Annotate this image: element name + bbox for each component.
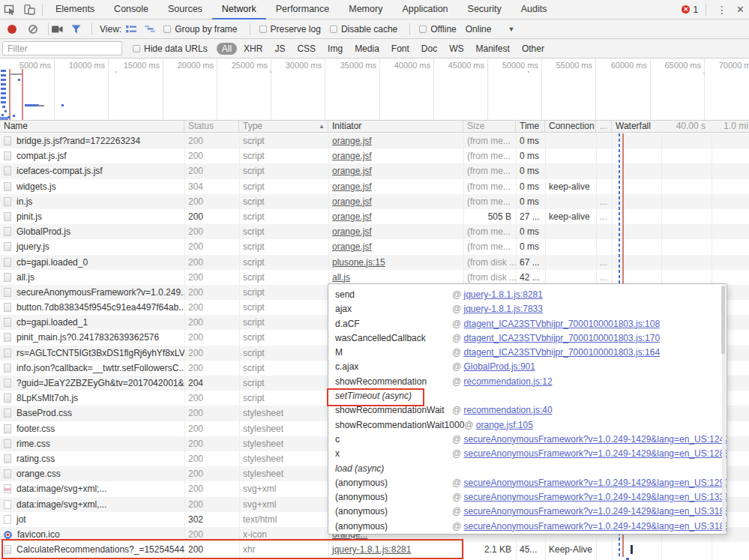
offline-checkbox[interactable]: Offline [419, 24, 456, 34]
filter-pill[interactable]: Font [386, 43, 415, 55]
network-request-row[interactable]: all.js 200 script all.js (from disk ... … [0, 270, 749, 285]
column-header-type[interactable]: Type▲ [239, 121, 328, 132]
initiator-link[interactable]: plusone.js:15 [332, 257, 385, 268]
network-request-row[interactable]: GlobalProd.js 200 script orange.jsf (fro… [0, 224, 749, 239]
stack-frame-source-link[interactable]: dtagent_ICA23STVbhijpr_7000100001803.js:… [464, 319, 661, 329]
initiator-link[interactable]: orange.jsf [332, 196, 372, 207]
stack-frame-source-link[interactable]: recommendation.js:40 [464, 405, 553, 415]
group-by-frame-checkbox[interactable]: Group by frame [163, 24, 237, 34]
initiator-link[interactable]: orange.jsf [332, 136, 372, 146]
filter-pill[interactable]: Manifest [471, 43, 515, 55]
initiator-link[interactable]: orange.jsf [332, 181, 372, 192]
error-count-badge[interactable]: ✕ 1 [682, 4, 698, 15]
filter-pill[interactable]: All [217, 43, 237, 55]
network-request-row[interactable]: jquery.js 200 script orange.jsf (from me… [0, 239, 749, 254]
panel-tab[interactable]: Audits [511, 0, 557, 19]
filter-pill[interactable]: Other [517, 43, 550, 55]
panel-tab[interactable]: Performance [266, 0, 340, 19]
stack-frame-source-link[interactable]: secureAnonymousFramework?v=1.0.249-1429&… [464, 434, 727, 445]
initiator-link[interactable]: orange.jsf [332, 166, 372, 176]
stack-frame-source-link[interactable]: GlobalProd.js:901 [464, 361, 535, 372]
request-type-cell: script [239, 315, 328, 330]
panel-tab[interactable]: Security [458, 0, 511, 19]
request-initiator-cell: orange.jsf [328, 224, 463, 239]
error-count: 1 [693, 4, 698, 15]
panel-tab[interactable]: Application [392, 0, 457, 19]
large-rows-view-icon[interactable] [126, 25, 137, 34]
panel-tab[interactable]: Memory [339, 0, 392, 19]
record-button[interactable] [7, 25, 16, 34]
network-request-row[interactable]: bridge.js.jsf?rand=1722263234 200 script… [0, 133, 749, 148]
scrollbar-thumb[interactable] [721, 286, 725, 354]
initiator-link[interactable]: orange.jsf [332, 151, 372, 161]
column-header-more[interactable]: ... [596, 121, 612, 132]
request-status-cell: 200 [184, 406, 239, 421]
network-overview-timeline[interactable]: 5000 ms10000 ms15000 ms20000 ms25000 ms3… [0, 58, 749, 121]
column-header-waterfall[interactable]: Waterfall 40.00 s 1.0 mi [612, 121, 749, 132]
stack-frame-source-link[interactable]: secureAnonymousFramework?v=1.0.249-1429&… [464, 506, 727, 517]
filter-pill[interactable]: JS [269, 43, 290, 55]
stack-frame-source-link[interactable]: jquery-1.8.1.js:7833 [464, 304, 543, 314]
stack-frame-source-link[interactable]: recommendation.js:12 [464, 376, 553, 387]
initiator-link[interactable]: all.js [332, 272, 350, 283]
file-type-icon [4, 349, 11, 358]
overview-activity-mark [703, 73, 705, 74]
filter-funnel-icon[interactable] [71, 25, 81, 34]
panel-tab[interactable]: Elements [46, 0, 104, 19]
more-options-icon[interactable]: ⋮ [714, 4, 730, 16]
panel-tab[interactable]: Console [104, 0, 158, 19]
throttling-select[interactable]: Online [466, 24, 492, 34]
initiator-link[interactable]: orange.jsf [332, 241, 372, 252]
disable-cache-checkbox[interactable]: Disable cache [330, 24, 397, 34]
clear-button[interactable] [28, 25, 37, 34]
close-icon[interactable]: ✕ [735, 4, 746, 15]
network-request-row[interactable]: compat.js.jsf 200 script orange.jsf (fro… [0, 148, 749, 163]
chevron-down-icon[interactable]: ▼ [508, 25, 514, 33]
request-name-cell: BaseProd.css [0, 406, 184, 421]
network-request-row[interactable]: icefaces-compat.js.jsf 200 script orange… [0, 163, 749, 178]
panel-tab[interactable]: Sources [158, 0, 212, 19]
request-name-cell: icefaces-compat.js.jsf [0, 163, 184, 178]
request-type-cell: script [239, 163, 328, 178]
filter-pill[interactable]: WS [444, 43, 469, 55]
stack-frame-source-link[interactable]: dtagent_ICA23STVbhijpr_7000100001803.js:… [464, 347, 661, 358]
stack-frame-source-link[interactable]: secureAnonymousFramework?v=1.0.249-1429&… [464, 478, 727, 488]
stack-frame-source-link[interactable]: secureAnonymousFramework?v=1.0.249-1429&… [464, 492, 727, 502]
request-connection-cell [545, 270, 596, 285]
overview-view-icon[interactable] [145, 25, 156, 33]
column-header-status[interactable]: Status [184, 121, 239, 132]
device-toolbar-icon[interactable] [19, 0, 39, 19]
stack-frame-source-link[interactable]: dtagent_ICA23STVbhijpr_7000100001803.js:… [464, 333, 661, 343]
panel-tab[interactable]: Network [212, 0, 266, 19]
file-type-icon [4, 242, 11, 251]
inspect-element-icon[interactable] [0, 0, 19, 19]
hide-data-urls-checkbox[interactable]: Hide data URLs [133, 43, 208, 54]
column-header-name[interactable]: Name [0, 121, 184, 132]
annotation-box-xhr-row [1, 539, 463, 559]
initiator-link[interactable]: orange.jsf [332, 226, 372, 237]
overview-tick-label: 65000 ms [644, 61, 701, 70]
stack-frame-source-link[interactable]: secureAnonymousFramework?v=1.0.249-1429&… [464, 448, 727, 459]
initiator-link[interactable]: orange.jsf [332, 211, 372, 222]
network-request-row[interactable]: widgets.js 304 script orange.jsf (from m… [0, 179, 749, 194]
column-header-size[interactable]: Size [463, 121, 516, 132]
column-header-connection[interactable]: Connection [545, 121, 596, 132]
screenshot-capture-icon[interactable] [52, 25, 64, 34]
stack-frame-source-link[interactable]: secureAnonymousFramework?v=1.0.249-1429&… [464, 521, 727, 532]
column-header-initiator[interactable]: Initiator [328, 121, 463, 132]
network-request-row[interactable]: pinit.js 200 script orange.jsf 505 B 27 … [0, 209, 749, 224]
filter-input[interactable] [2, 41, 122, 55]
filter-pill[interactable]: CSS [292, 43, 321, 55]
filter-pill[interactable]: XHR [238, 43, 268, 55]
popup-scrollbar[interactable] [722, 285, 726, 533]
network-request-row[interactable]: in.js 200 script orange.jsf (from me... … [0, 194, 749, 209]
filter-pill[interactable]: Doc [416, 43, 442, 55]
column-header-time[interactable]: Time [516, 121, 545, 132]
network-request-row[interactable]: cb=gapi.loaded_0 200 script plusone.js:1… [0, 255, 749, 270]
stack-frame-source-link[interactable]: orange.jsf:105 [476, 420, 533, 430]
stack-frame-source-link[interactable]: jquery-1.8.1.js:8281 [464, 289, 543, 300]
filter-pill[interactable]: Media [349, 43, 385, 55]
preserve-log-checkbox[interactable]: Preserve log [259, 24, 321, 34]
filter-pill[interactable]: Img [322, 43, 348, 55]
request-type-cell: stylesheet [239, 466, 328, 481]
